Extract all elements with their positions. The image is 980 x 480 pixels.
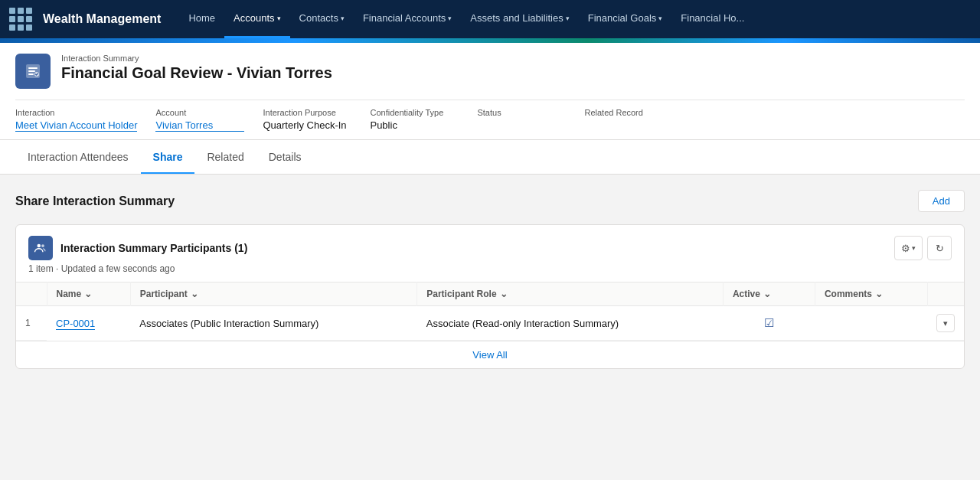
page-header: Interaction Summary Financial Goal Revie… xyxy=(0,43,980,140)
nav-item-financial-goals[interactable]: Financial Goals ▾ xyxy=(579,0,672,38)
field-label-confidentiality: Confidentiality Type xyxy=(370,108,459,117)
add-button[interactable]: Add xyxy=(918,190,965,212)
field-label-related-record: Related Record xyxy=(584,108,673,117)
tabs-bar: Interaction Attendees Share Related Deta… xyxy=(0,140,980,175)
tab-related[interactable]: Related xyxy=(194,140,256,174)
field-confidentiality: Confidentiality Type Public xyxy=(370,108,477,139)
row-name[interactable]: CP-0001 xyxy=(47,306,130,341)
gear-button[interactable]: ⚙ ▾ xyxy=(894,236,923,260)
row-role: Associate (Read-only Interaction Summary… xyxy=(417,306,724,341)
card-header: Interaction Summary Participants (1) ⚙ ▾… xyxy=(16,225,964,260)
participants-card: Interaction Summary Participants (1) ⚙ ▾… xyxy=(15,224,965,369)
sort-icon[interactable]: ⌄ xyxy=(875,289,883,299)
participants-table: Name ⌄ Participant ⌄ Par xyxy=(16,282,964,341)
gear-icon: ⚙ xyxy=(901,243,910,254)
main-content: Share Interaction Summary Add Interactio… xyxy=(0,175,980,384)
nav-item-financial-ho[interactable]: Financial Ho... xyxy=(671,0,753,38)
refresh-button[interactable]: ↻ xyxy=(927,236,952,260)
field-value-status xyxy=(477,119,566,131)
view-all-link[interactable]: View All xyxy=(472,349,507,361)
chevron-down-icon: ▾ xyxy=(658,15,662,22)
field-label-status: Status xyxy=(477,108,566,117)
card-actions: ⚙ ▾ ↻ xyxy=(894,236,952,260)
chevron-down-icon: ▾ xyxy=(566,15,570,22)
sort-icon[interactable]: ⌄ xyxy=(500,289,508,299)
card-title-row: Interaction Summary Participants (1) xyxy=(28,236,247,260)
nav-items: Home Accounts ▾ Contacts ▾ Financial Acc… xyxy=(179,0,971,38)
col-num xyxy=(16,282,47,306)
record-type-icon xyxy=(15,54,51,89)
card-meta: 1 item · Updated a few seconds ago xyxy=(16,260,964,282)
col-name: Name ⌄ xyxy=(47,282,130,306)
view-all-row: View All xyxy=(16,341,964,368)
app-launcher-icon[interactable] xyxy=(9,8,32,31)
nav-item-assets-liabilities[interactable]: Assets and Liabilities ▾ xyxy=(461,0,578,38)
participants-icon xyxy=(28,236,53,260)
chevron-down-icon: ▾ xyxy=(341,15,345,22)
tab-details[interactable]: Details xyxy=(256,140,314,174)
field-interaction: Interaction Meet Vivian Account Holder xyxy=(15,108,155,139)
row-participant: Associates (Public Interaction Summary) xyxy=(130,306,416,341)
page-title: Financial Goal Review - Vivian Torres xyxy=(61,64,332,82)
row-chevron-button[interactable]: ▾ xyxy=(936,314,955,332)
field-value-account[interactable]: Vivian Torres xyxy=(155,119,244,132)
sort-icon[interactable]: ⌄ xyxy=(84,289,92,299)
sort-icon[interactable]: ⌄ xyxy=(191,289,198,299)
share-section-header: Share Interaction Summary Add xyxy=(15,190,965,212)
field-status: Status xyxy=(477,108,584,139)
field-value-purpose: Quarterly Check-In xyxy=(263,119,351,131)
tab-share[interactable]: Share xyxy=(141,140,195,174)
row-active: ☑ xyxy=(723,306,815,341)
tab-interaction-attendees[interactable]: Interaction Attendees xyxy=(15,140,141,174)
col-active: Active ⌄ xyxy=(723,282,815,306)
chevron-down-icon: ▾ xyxy=(277,15,281,22)
card-title: Interaction Summary Participants (1) xyxy=(60,242,247,254)
svg-point-2 xyxy=(38,244,41,248)
header-fields: Interaction Meet Vivian Account Holder A… xyxy=(15,100,965,139)
col-comments: Comments ⌄ xyxy=(815,282,927,306)
share-section-title: Share Interaction Summary xyxy=(15,194,175,208)
field-value-interaction[interactable]: Meet Vivian Account Holder xyxy=(15,119,137,132)
field-value-confidentiality: Public xyxy=(370,119,459,131)
nav-bar: Wealth Management Home Accounts ▾ Contac… xyxy=(0,0,980,38)
checkbox-checked-icon: ☑ xyxy=(764,316,774,329)
nav-item-home[interactable]: Home xyxy=(179,0,224,38)
chevron-down-icon: ▾ xyxy=(448,15,452,22)
field-account: Account Vivian Torres xyxy=(155,108,263,139)
col-participant: Participant ⌄ xyxy=(130,282,416,306)
row-num: 1 xyxy=(16,306,47,341)
nav-item-contacts[interactable]: Contacts ▾ xyxy=(290,0,354,38)
sort-icon[interactable]: ⌄ xyxy=(763,289,771,299)
refresh-icon: ↻ xyxy=(936,243,944,254)
page-subtitle: Interaction Summary xyxy=(61,54,332,63)
table-wrap: Name ⌄ Participant ⌄ Par xyxy=(16,282,964,341)
field-related-record: Related Record xyxy=(584,108,691,139)
nav-brand: Wealth Management xyxy=(43,12,161,26)
gear-chevron-icon: ▾ xyxy=(912,244,916,252)
table-row: 1 CP-0001 Associates (Public Interaction… xyxy=(16,306,964,341)
field-label-interaction: Interaction xyxy=(15,108,137,117)
col-actions xyxy=(927,282,964,306)
nav-item-accounts[interactable]: Accounts ▾ xyxy=(224,0,289,38)
field-label-account: Account xyxy=(155,108,244,117)
svg-point-3 xyxy=(41,244,44,247)
nav-item-financial-accounts[interactable]: Financial Accounts ▾ xyxy=(354,0,461,38)
col-role: Participant Role ⌄ xyxy=(417,282,724,306)
row-action-btn[interactable]: ▾ xyxy=(927,306,964,341)
row-comments xyxy=(815,306,927,341)
field-value-related-record xyxy=(584,119,673,131)
field-purpose: Interaction Purpose Quarterly Check-In xyxy=(263,108,370,139)
field-label-purpose: Interaction Purpose xyxy=(263,108,351,117)
